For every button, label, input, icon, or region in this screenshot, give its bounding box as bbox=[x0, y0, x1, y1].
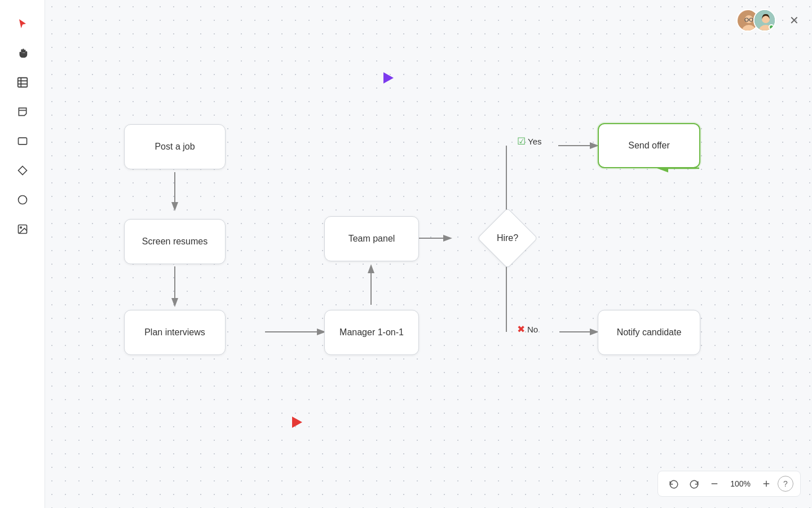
node-send-offer[interactable]: Send offer bbox=[598, 123, 700, 168]
avatar-2 bbox=[753, 9, 776, 32]
cursor-red-bottom bbox=[292, 417, 302, 428]
svg-point-18 bbox=[20, 227, 21, 229]
zoom-out-button[interactable] bbox=[705, 475, 723, 493]
node-screen-resumes[interactable]: Screen resumes bbox=[124, 219, 226, 264]
canvas[interactable]: Post a job Screen resumes Plan interview… bbox=[45, 0, 812, 508]
tool-ellipse[interactable] bbox=[10, 187, 35, 212]
undo-button[interactable] bbox=[665, 475, 683, 493]
zoom-in-button[interactable] bbox=[757, 475, 775, 493]
yes-label: ☑ Yes bbox=[517, 135, 541, 147]
node-hire-diamond[interactable]: Hire? bbox=[462, 216, 553, 261]
no-label: ✖ No bbox=[517, 323, 538, 335]
node-post-job[interactable]: Post a job bbox=[124, 124, 226, 169]
avatar-group bbox=[736, 9, 776, 32]
help-button[interactable]: ? bbox=[778, 476, 793, 492]
tool-table[interactable] bbox=[10, 70, 35, 95]
online-indicator bbox=[769, 24, 774, 30]
tool-hand[interactable] bbox=[10, 41, 35, 65]
sidebar bbox=[0, 0, 45, 508]
tool-sticky[interactable] bbox=[10, 99, 35, 124]
bottom-toolbar: 100% ? bbox=[657, 471, 801, 497]
zoom-level: 100% bbox=[726, 479, 755, 488]
tool-diamond[interactable] bbox=[10, 158, 35, 183]
tool-rectangle[interactable] bbox=[10, 129, 35, 154]
node-plan-interviews[interactable]: Plan interviews bbox=[124, 310, 226, 355]
svg-rect-15 bbox=[18, 138, 27, 144]
svg-point-16 bbox=[18, 196, 27, 204]
tool-image[interactable] bbox=[10, 217, 35, 242]
svg-point-20 bbox=[745, 15, 753, 23]
node-team-panel[interactable]: Team panel bbox=[324, 216, 419, 261]
svg-rect-10 bbox=[17, 78, 27, 87]
redo-button[interactable] bbox=[685, 475, 703, 493]
close-button[interactable]: ✕ bbox=[785, 11, 803, 29]
tool-cursor[interactable] bbox=[10, 11, 35, 36]
node-manager[interactable]: Manager 1-on-1 bbox=[324, 310, 419, 355]
cursor-purple-top bbox=[383, 72, 394, 84]
node-notify-candidate[interactable]: Notify candidate bbox=[598, 310, 700, 355]
top-right-area: ✕ bbox=[736, 9, 803, 32]
